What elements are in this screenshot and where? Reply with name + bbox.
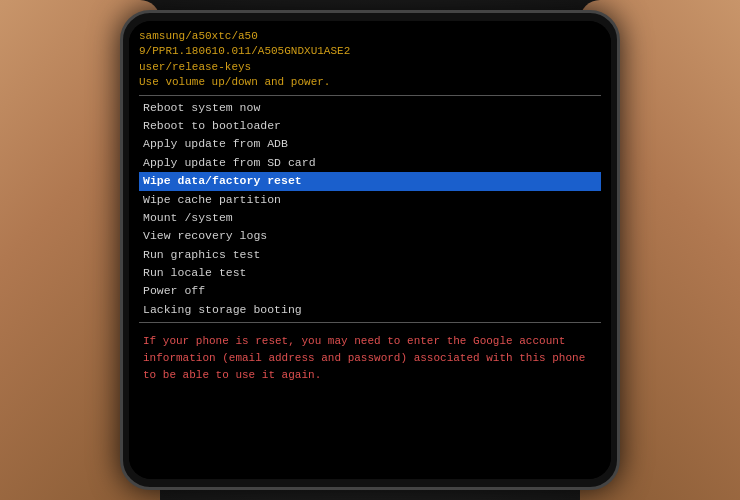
- phone-screen: samsung/a50xtc/a50 9/PPR1.180610.011/A50…: [129, 21, 611, 479]
- warning-section: If your phone is reset, you may need to …: [139, 329, 601, 388]
- menu-item-lacking-storage[interactable]: Lacking storage booting: [139, 301, 601, 319]
- header-divider: [139, 95, 601, 96]
- menu-item-view-logs[interactable]: View recovery logs: [139, 227, 601, 245]
- scene: samsung/a50xtc/a50 9/PPR1.180610.011/A50…: [0, 0, 740, 500]
- menu-item-wipe-factory[interactable]: Wipe data/factory reset: [139, 172, 601, 190]
- menu-item-apply-sdcard[interactable]: Apply update from SD card: [139, 154, 601, 172]
- screen-content: samsung/a50xtc/a50 9/PPR1.180610.011/A50…: [129, 21, 611, 479]
- menu-item-power-off[interactable]: Power off: [139, 282, 601, 300]
- recovery-menu: Reboot system now Reboot to bootloader A…: [139, 99, 601, 320]
- menu-item-wipe-cache[interactable]: Wipe cache partition: [139, 191, 601, 209]
- menu-item-locale-test[interactable]: Run locale test: [139, 264, 601, 282]
- menu-item-reboot-bootloader[interactable]: Reboot to bootloader: [139, 117, 601, 135]
- power-button[interactable]: [617, 93, 620, 128]
- volume-down-button[interactable]: [120, 128, 123, 156]
- warning-text: If your phone is reset, you may need to …: [143, 333, 597, 384]
- menu-item-reboot-system[interactable]: Reboot system now: [139, 99, 601, 117]
- instruction-line: Use volume up/down and power.: [139, 75, 601, 90]
- volume-up-button[interactable]: [120, 93, 123, 121]
- menu-item-mount-system[interactable]: Mount /system: [139, 209, 601, 227]
- menu-item-graphics-test[interactable]: Run graphics test: [139, 246, 601, 264]
- device-model-line: samsung/a50xtc/a50: [139, 29, 601, 44]
- build-type-line: user/release-keys: [139, 60, 601, 75]
- build-number-line: 9/PPR1.180610.011/A505GNDXU1ASE2: [139, 44, 601, 59]
- device-info-header: samsung/a50xtc/a50 9/PPR1.180610.011/A50…: [139, 29, 601, 91]
- phone-frame: samsung/a50xtc/a50 9/PPR1.180610.011/A50…: [120, 10, 620, 490]
- menu-item-apply-adb[interactable]: Apply update from ADB: [139, 135, 601, 153]
- warning-divider: [139, 322, 601, 323]
